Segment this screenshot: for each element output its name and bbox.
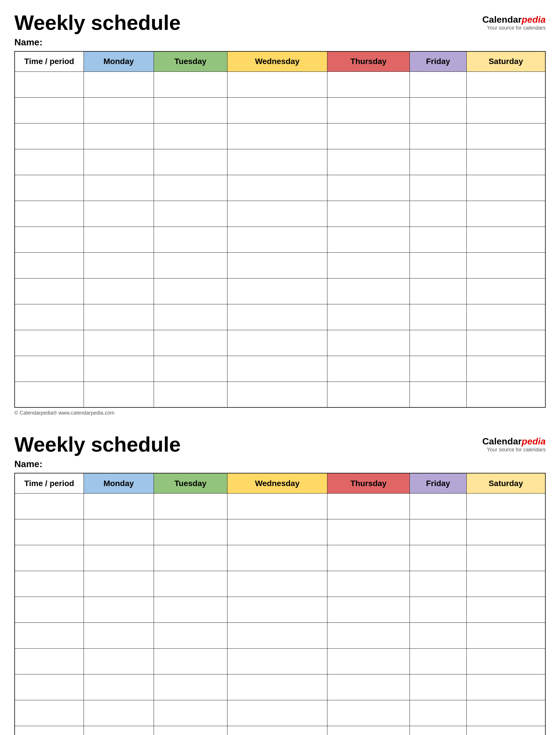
cell-time-2[interactable] [15, 123, 84, 149]
cell-thursday-9[interactable] [327, 726, 410, 735]
cell-tuesday-8[interactable] [154, 278, 227, 304]
cell-time-10[interactable] [15, 330, 84, 356]
cell-monday-0[interactable] [84, 72, 154, 97]
cell-saturday-8[interactable] [466, 700, 545, 726]
cell-thursday-2[interactable] [327, 123, 410, 149]
cell-saturday-1[interactable] [466, 519, 545, 545]
cell-tuesday-8[interactable] [154, 700, 227, 726]
cell-wednesday-6[interactable] [227, 648, 327, 674]
cell-wednesday-0[interactable] [227, 493, 327, 519]
cell-time-1[interactable] [15, 519, 84, 545]
cell-time-4[interactable] [15, 175, 84, 201]
cell-thursday-5[interactable] [327, 201, 410, 227]
cell-time-6[interactable] [15, 227, 84, 252]
cell-friday-3[interactable] [410, 571, 467, 597]
cell-time-6[interactable] [15, 648, 84, 674]
cell-wednesday-3[interactable] [227, 149, 327, 175]
cell-friday-4[interactable] [410, 597, 467, 622]
cell-friday-0[interactable] [410, 72, 467, 97]
cell-saturday-4[interactable] [466, 175, 545, 201]
cell-monday-10[interactable] [84, 330, 154, 356]
cell-friday-6[interactable] [410, 227, 467, 252]
cell-saturday-1[interactable] [466, 97, 545, 123]
cell-tuesday-0[interactable] [154, 72, 227, 97]
cell-monday-6[interactable] [84, 648, 154, 674]
cell-thursday-3[interactable] [327, 571, 410, 597]
cell-monday-1[interactable] [84, 97, 154, 123]
cell-time-12[interactable] [15, 381, 84, 407]
cell-time-5[interactable] [15, 622, 84, 648]
cell-time-2[interactable] [15, 545, 84, 571]
cell-wednesday-8[interactable] [227, 278, 327, 304]
cell-monday-4[interactable] [84, 175, 154, 201]
cell-wednesday-7[interactable] [227, 252, 327, 278]
cell-monday-8[interactable] [84, 700, 154, 726]
cell-friday-7[interactable] [410, 252, 467, 278]
cell-friday-12[interactable] [410, 381, 467, 407]
cell-thursday-4[interactable] [327, 597, 410, 622]
cell-thursday-11[interactable] [327, 356, 410, 381]
cell-friday-2[interactable] [410, 123, 467, 149]
cell-tuesday-0[interactable] [154, 493, 227, 519]
cell-time-1[interactable] [15, 97, 84, 123]
cell-tuesday-7[interactable] [154, 252, 227, 278]
cell-tuesday-2[interactable] [154, 123, 227, 149]
cell-monday-9[interactable] [84, 304, 154, 330]
cell-monday-7[interactable] [84, 252, 154, 278]
cell-thursday-3[interactable] [327, 149, 410, 175]
cell-saturday-12[interactable] [466, 381, 545, 407]
cell-friday-5[interactable] [410, 622, 467, 648]
cell-wednesday-8[interactable] [227, 700, 327, 726]
cell-friday-1[interactable] [410, 97, 467, 123]
cell-wednesday-5[interactable] [227, 622, 327, 648]
cell-friday-6[interactable] [410, 648, 467, 674]
cell-saturday-6[interactable] [466, 227, 545, 252]
cell-tuesday-6[interactable] [154, 227, 227, 252]
cell-wednesday-7[interactable] [227, 674, 327, 700]
cell-tuesday-1[interactable] [154, 97, 227, 123]
cell-monday-2[interactable] [84, 545, 154, 571]
cell-thursday-5[interactable] [327, 622, 410, 648]
cell-friday-3[interactable] [410, 149, 467, 175]
cell-saturday-2[interactable] [466, 123, 545, 149]
cell-monday-8[interactable] [84, 278, 154, 304]
cell-wednesday-1[interactable] [227, 519, 327, 545]
cell-tuesday-9[interactable] [154, 304, 227, 330]
cell-monday-1[interactable] [84, 519, 154, 545]
cell-wednesday-0[interactable] [227, 72, 327, 97]
cell-wednesday-10[interactable] [227, 330, 327, 356]
cell-tuesday-5[interactable] [154, 622, 227, 648]
cell-saturday-5[interactable] [466, 201, 545, 227]
cell-monday-5[interactable] [84, 622, 154, 648]
cell-tuesday-11[interactable] [154, 356, 227, 381]
cell-time-4[interactable] [15, 597, 84, 622]
cell-saturday-0[interactable] [466, 72, 545, 97]
cell-tuesday-7[interactable] [154, 674, 227, 700]
cell-monday-5[interactable] [84, 201, 154, 227]
cell-saturday-11[interactable] [466, 356, 545, 381]
cell-thursday-8[interactable] [327, 700, 410, 726]
cell-tuesday-12[interactable] [154, 381, 227, 407]
cell-tuesday-6[interactable] [154, 648, 227, 674]
cell-monday-6[interactable] [84, 227, 154, 252]
cell-wednesday-2[interactable] [227, 123, 327, 149]
cell-friday-0[interactable] [410, 493, 467, 519]
cell-friday-4[interactable] [410, 175, 467, 201]
cell-friday-11[interactable] [410, 356, 467, 381]
cell-time-8[interactable] [15, 278, 84, 304]
cell-saturday-3[interactable] [466, 571, 545, 597]
cell-wednesday-9[interactable] [227, 304, 327, 330]
cell-time-9[interactable] [15, 726, 84, 735]
cell-tuesday-10[interactable] [154, 330, 227, 356]
cell-wednesday-5[interactable] [227, 201, 327, 227]
cell-saturday-3[interactable] [466, 149, 545, 175]
cell-saturday-9[interactable] [466, 726, 545, 735]
cell-tuesday-3[interactable] [154, 571, 227, 597]
cell-tuesday-2[interactable] [154, 545, 227, 571]
cell-friday-1[interactable] [410, 519, 467, 545]
cell-time-0[interactable] [15, 493, 84, 519]
cell-monday-3[interactable] [84, 571, 154, 597]
cell-wednesday-4[interactable] [227, 597, 327, 622]
cell-time-11[interactable] [15, 356, 84, 381]
cell-time-5[interactable] [15, 201, 84, 227]
